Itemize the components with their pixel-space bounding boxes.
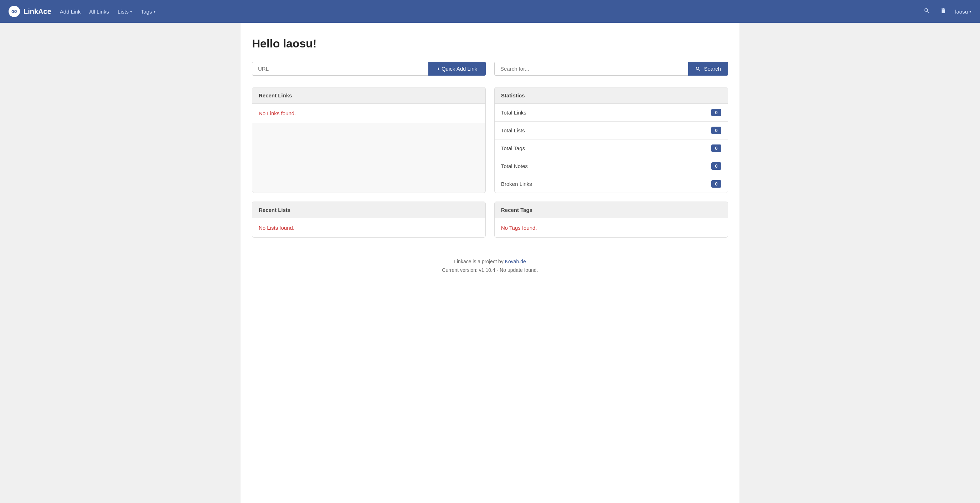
stat-label-total-links: Total Links (501, 110, 527, 116)
bottom-panels-grid: Recent Lists No Lists found. Recent Tags… (252, 201, 728, 238)
nav-tags[interactable]: Tags ▾ (141, 8, 156, 14)
search-button[interactable]: Search (688, 62, 728, 76)
top-panels-grid: Recent Links No Links found. Statistics … (252, 87, 728, 193)
recent-links-body: No Links found. (252, 104, 485, 123)
stat-label-total-notes: Total Notes (501, 163, 528, 169)
brand-icon (8, 6, 20, 17)
recent-links-header: Recent Links (252, 88, 485, 104)
recent-lists-header: Recent Lists (252, 202, 485, 218)
brand-label: LinkAce (24, 8, 51, 16)
trash-icon (940, 8, 947, 14)
stat-badge-total-notes: 0 (711, 162, 721, 170)
stat-label-total-tags: Total Tags (501, 145, 525, 151)
stat-row-total-notes: Total Notes 0 (495, 157, 728, 175)
link-icon (11, 8, 18, 14)
stat-badge-total-tags: 0 (711, 144, 721, 152)
search-btn-icon (695, 66, 701, 72)
lists-dropdown-icon: ▾ (130, 9, 132, 14)
footer-link[interactable]: Kovah.de (505, 259, 526, 264)
search-icon (924, 8, 930, 14)
nav-add-link[interactable]: Add Link (60, 8, 81, 14)
stat-badge-broken-links: 0 (711, 180, 721, 188)
search-input[interactable] (494, 62, 688, 76)
nav-user-label: laosu (955, 8, 968, 14)
recent-lists-empty: No Lists found. (259, 225, 479, 231)
recent-tags-panel: Recent Tags No Tags found. (494, 201, 728, 238)
stat-badge-total-lists: 0 (711, 127, 721, 134)
main-content: Hello laosu! + Quick Add Link Search Rec… (240, 23, 740, 503)
stat-row-total-lists: Total Lists 0 (495, 121, 728, 139)
brand-logo[interactable]: LinkAce (8, 6, 51, 17)
stat-label-total-lists: Total Lists (501, 127, 525, 133)
tags-dropdown-icon: ▾ (154, 9, 156, 14)
recent-lists-panel: Recent Lists No Lists found. (252, 201, 486, 238)
statistics-header: Statistics (495, 88, 728, 104)
recent-tags-body: No Tags found. (495, 218, 728, 237)
nav-user-menu[interactable]: laosu ▾ (955, 8, 972, 14)
url-form: + Quick Add Link (252, 62, 486, 76)
page-title: Hello laosu! (252, 37, 728, 50)
nav-trash-button[interactable] (939, 6, 948, 17)
user-dropdown-icon: ▾ (969, 9, 972, 14)
nav-search-button[interactable] (922, 6, 932, 17)
footer-line1: Linkace is a project by Kovah.de (252, 257, 728, 266)
footer: Linkace is a project by Kovah.de Current… (252, 246, 728, 280)
nav-lists[interactable]: Lists ▾ (118, 8, 132, 14)
recent-tags-empty: No Tags found. (501, 225, 721, 231)
stat-row-broken-links: Broken Links 0 (495, 175, 728, 193)
recent-tags-header: Recent Tags (495, 202, 728, 218)
search-form: Search (494, 62, 728, 76)
recent-lists-body: No Lists found. (252, 218, 485, 237)
nav-right: laosu ▾ (922, 6, 972, 17)
stat-badge-total-links: 0 (711, 109, 721, 116)
navbar: LinkAce Add Link All Links Lists ▾ Tags … (0, 0, 980, 23)
footer-text-before-link: Linkace is a project by (454, 259, 504, 264)
stat-label-broken-links: Broken Links (501, 181, 532, 187)
quick-actions-row: + Quick Add Link Search (252, 62, 728, 76)
statistics-body: Total Links 0 Total Lists 0 Total Tags 0… (495, 104, 728, 193)
statistics-panel: Statistics Total Links 0 Total Lists 0 T… (494, 87, 728, 193)
stat-row-total-links: Total Links 0 (495, 104, 728, 121)
recent-links-empty: No Links found. (259, 110, 479, 116)
recent-links-panel: Recent Links No Links found. (252, 87, 486, 193)
quick-add-button[interactable]: + Quick Add Link (428, 62, 486, 76)
nav-all-links[interactable]: All Links (89, 8, 109, 14)
footer-version: Current version: v1.10.4 - No update fou… (252, 266, 728, 275)
url-input[interactable] (252, 62, 428, 76)
stat-row-total-tags: Total Tags 0 (495, 139, 728, 157)
